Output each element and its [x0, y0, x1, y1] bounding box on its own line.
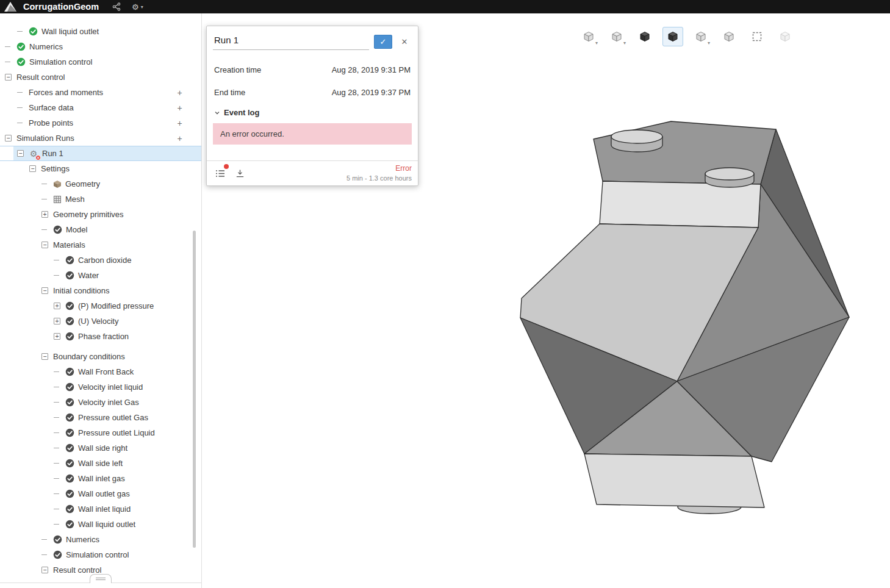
surface-mode-button[interactable]	[719, 27, 739, 46]
tree-item-simulation-runs[interactable]: −Simulation Runs+	[0, 131, 201, 146]
collapse-expander-icon[interactable]: −	[5, 135, 12, 142]
tree-item-numerics[interactable]: Numerics	[0, 532, 201, 547]
tree-item-label: Wall Front Back	[78, 367, 134, 376]
tree-item-velocity-inlet-gas[interactable]: Velocity inlet Gas	[0, 395, 201, 410]
tree-item-pressure-outlet-gas[interactable]: Pressure outlet Gas	[0, 410, 201, 425]
add-item-button[interactable]: +	[175, 118, 184, 127]
tree-connector	[54, 432, 59, 433]
collapse-expander-icon[interactable]: −	[17, 150, 24, 157]
collapse-expander-icon[interactable]: −	[41, 242, 48, 248]
collapse-expander-icon[interactable]: −	[41, 287, 48, 294]
panel-header: ✓ ✕	[207, 26, 418, 55]
sidebar-collapse-handle[interactable]	[90, 574, 112, 583]
tree-connector	[54, 260, 59, 260]
check-dark-icon	[65, 474, 74, 483]
app-header: CorrugationGeom ⚙ ▾	[0, 0, 890, 13]
tree-item-settings[interactable]: −Settings	[0, 161, 201, 176]
box-select-button[interactable]	[747, 27, 767, 46]
run-name-input[interactable]	[213, 34, 369, 50]
tree-item-p-modified-pressure[interactable]: +(P) Modified pressure	[0, 298, 201, 314]
tree-item-wall-front-back[interactable]: Wall Front Back	[0, 364, 201, 379]
tree-item-boundary-conditions[interactable]: −Boundary conditions	[0, 349, 201, 364]
tree-item-wall-liquid-outlet[interactable]: Wall liquid outlet	[0, 517, 201, 532]
tree-item-label: Velocity inlet liquid	[78, 382, 143, 392]
collapse-expander-icon[interactable]: −	[29, 165, 36, 172]
tree-item-wall-outlet-gas[interactable]: Wall outlet gas	[0, 486, 201, 501]
collapse-expander-icon[interactable]: −	[41, 353, 48, 360]
tree-item-mesh[interactable]: Mesh	[0, 192, 201, 207]
sidebar-tree: Wall liquid outletNumericsSimulation con…	[0, 13, 201, 578]
render-shaded-edges-button[interactable]	[662, 27, 683, 46]
tree-item-phase-fraction[interactable]: +Phase fraction	[0, 329, 201, 344]
tree-item-wall-liquid-outlet[interactable]: Wall liquid outlet	[0, 24, 201, 39]
orientation-cube-icon	[583, 30, 595, 43]
expand-expander-icon[interactable]: +	[41, 211, 48, 218]
tree-item-label: Simulation Runs	[16, 134, 74, 143]
tree-connector	[54, 463, 59, 464]
tree-item-surface-data[interactable]: Surface data+	[0, 100, 201, 115]
event-log-label: Event log	[224, 108, 260, 117]
tree-item-result-control[interactable]: −Result control	[0, 70, 201, 85]
check-green-icon	[16, 42, 26, 51]
hidden-geometry-button[interactable]	[775, 27, 795, 46]
add-item-button[interactable]: +	[175, 88, 184, 97]
event-log-list-button[interactable]	[213, 166, 228, 181]
run-status-badge: Error	[346, 164, 412, 174]
tree-item-probe-points[interactable]: Probe points+	[0, 115, 201, 131]
tree-item-wall-side-left[interactable]: Wall side left	[0, 456, 201, 471]
transform-tool-button[interactable]: ▾	[691, 27, 711, 46]
tree-item-forces-and-moments[interactable]: Forces and moments+	[0, 85, 201, 100]
expand-expander-icon[interactable]: +	[54, 303, 60, 309]
projection-view-button[interactable]: ▾	[606, 27, 627, 46]
sidebar-footer-divider	[0, 583, 201, 588]
tree-item-label: Mesh	[65, 195, 85, 204]
expand-expander-icon[interactable]: +	[54, 333, 60, 340]
tree-item-water[interactable]: Water	[0, 268, 201, 283]
tree-item-materials[interactable]: −Materials	[0, 237, 201, 253]
tree-item-label: Pressure outlet Liquid	[78, 428, 155, 437]
check-green-icon	[29, 27, 38, 36]
tree-item-label: Wall inlet liquid	[78, 504, 131, 514]
tree-item-geometry-primitives[interactable]: +Geometry primitives	[0, 207, 201, 222]
tree-connector	[54, 524, 59, 525]
tree-item-pressure-outlet-liquid[interactable]: Pressure outlet Liquid	[0, 425, 201, 440]
settings-button[interactable]: ⚙ ▾	[132, 3, 143, 11]
tree-item-label: Settings	[41, 164, 70, 173]
tree-item-label: Phase fraction	[78, 332, 129, 341]
add-item-button[interactable]: +	[175, 103, 184, 112]
download-button[interactable]	[232, 166, 247, 181]
tree-item-u-velocity[interactable]: +(U) Velocity	[0, 314, 201, 329]
tree-item-wall-side-right[interactable]: Wall side right	[0, 440, 201, 456]
collapse-expander-icon[interactable]: −	[41, 567, 48, 573]
check-dark-icon	[65, 398, 74, 407]
tree-item-run-1[interactable]: −⚙×Run 1	[0, 146, 201, 161]
close-button[interactable]: ✕	[397, 35, 412, 49]
expand-expander-icon[interactable]: +	[54, 318, 60, 324]
field-label: Creation time	[214, 65, 261, 74]
tree-connector	[54, 275, 59, 276]
caret-down-icon: ▾	[708, 41, 710, 46]
tree-item-simulation-control[interactable]: Simulation control	[0, 547, 201, 562]
tree-item-label: Geometry primitives	[53, 210, 124, 219]
tree-item-initial-conditions[interactable]: −Initial conditions	[0, 283, 201, 298]
render-solid-button[interactable]	[634, 27, 655, 46]
check-dark-icon	[65, 271, 74, 280]
tree-item-geometry[interactable]: Geometry	[0, 176, 201, 192]
tree-item-label: Carbon dioxide	[78, 256, 131, 265]
tree-item-wall-inlet-liquid[interactable]: Wall inlet liquid	[0, 501, 201, 517]
tree-item-carbon-dioxide[interactable]: Carbon dioxide	[0, 253, 201, 268]
tree-item-velocity-inlet-liquid[interactable]: Velocity inlet liquid	[0, 379, 201, 395]
share-button[interactable]	[112, 2, 121, 11]
tree-item-model[interactable]: Model	[0, 222, 201, 237]
sidebar-scrollbar[interactable]	[193, 231, 196, 548]
confirm-button[interactable]: ✓	[374, 35, 392, 49]
add-item-button[interactable]: +	[175, 134, 184, 143]
event-log-toggle[interactable]: Event log	[207, 104, 418, 122]
tree-item-simulation-control[interactable]: Simulation control	[0, 54, 201, 70]
tree-item-wall-inlet-gas[interactable]: Wall inlet gas	[0, 471, 201, 486]
tree-connector	[41, 184, 47, 184]
check-dark-icon	[65, 317, 74, 326]
collapse-expander-icon[interactable]: −	[5, 74, 12, 81]
tree-item-numerics[interactable]: Numerics	[0, 39, 201, 54]
orientation-cube-button[interactable]: ▾	[578, 27, 599, 46]
